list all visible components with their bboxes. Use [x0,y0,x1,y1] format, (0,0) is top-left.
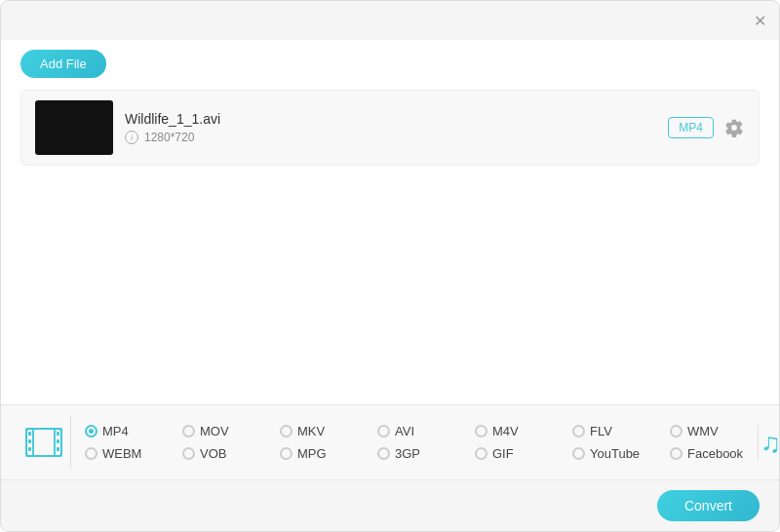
file-info: Wildlife_1_1.avi i 1280*720 [125,111,656,144]
main-content: Add File Wildlife_1_1.avi i 1280*720 MP4 [1,40,779,404]
file-actions: MP4 [668,117,745,138]
bottom-panel: MP4 MOV MKV AVI M4V [1,404,779,479]
format-m4v[interactable]: M4V [475,424,572,438]
svg-rect-5 [28,447,31,451]
radio-mkv [280,425,292,437]
file-item: Wildlife_1_1.avi i 1280*720 MP4 [20,90,760,166]
format-gif[interactable]: GIF [475,446,572,461]
format-mov[interactable]: MOV [182,424,280,438]
format-vob[interactable]: VOB [182,446,280,461]
format-avi[interactable]: AVI [377,424,475,438]
radio-3gp [377,447,390,460]
top-bar: Add File [20,50,760,90]
settings-icon[interactable] [723,117,745,138]
radio-facebook [670,447,682,460]
radio-mov [182,425,195,437]
radio-flv [572,425,585,437]
file-list: Wildlife_1_1.avi i 1280*720 MP4 [20,90,760,395]
radio-m4v [475,425,488,437]
format-mp4[interactable]: MP4 [85,424,182,438]
format-webm[interactable]: WEBM [85,446,182,461]
radio-youtube [572,447,585,460]
add-file-button[interactable]: Add File [20,50,106,78]
info-icon: i [125,131,138,144]
format-wmv[interactable]: WMV [670,424,748,438]
file-thumbnail [35,100,113,155]
app-window: ✕ Add File Wildlife_1_1.avi i 1280*720 M… [0,0,780,532]
file-resolution: 1280*720 [144,131,194,144]
svg-rect-7 [57,439,59,443]
convert-button[interactable]: Convert [657,490,760,521]
format-mkv[interactable]: MKV [280,424,377,438]
file-name: Wildlife_1_1.avi [125,111,656,127]
music-icon-container[interactable]: ♫ [758,425,780,460]
close-button[interactable]: ✕ [752,13,767,28]
radio-gif [475,447,488,460]
svg-rect-4 [28,439,31,443]
file-meta: i 1280*720 [125,131,656,144]
format-facebook[interactable]: Facebook [670,446,748,461]
format-flv[interactable]: FLV [572,424,670,438]
format-mpg[interactable]: MPG [280,446,377,461]
format-youtube[interactable]: YouTube [572,446,670,461]
format-3gp[interactable]: 3GP [377,446,475,461]
svg-rect-8 [57,447,59,451]
radio-webm [85,447,98,460]
svg-text:♫: ♫ [760,428,780,458]
radio-mp4 [85,425,98,437]
svg-rect-6 [57,432,59,436]
radio-avi [377,425,390,437]
footer: Convert [1,479,779,531]
title-bar: ✕ [1,1,779,40]
format-badge[interactable]: MP4 [668,117,714,138]
radio-wmv [670,425,682,437]
svg-rect-3 [28,432,31,436]
svg-rect-0 [26,429,61,456]
format-icon-container[interactable] [17,415,71,470]
radio-mpg [280,447,292,460]
radio-vob [182,447,195,460]
